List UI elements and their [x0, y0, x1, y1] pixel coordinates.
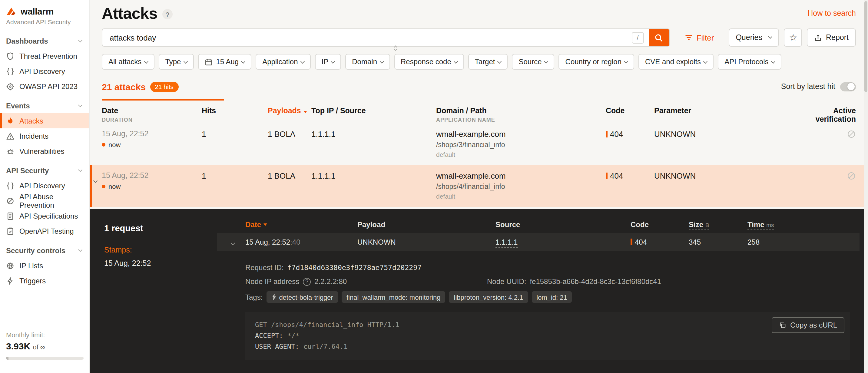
- info-icon[interactable]: ?: [303, 278, 311, 285]
- request-detail-panel: 1 request Stamps: 15 Aug, 22:52 Date Pay…: [90, 209, 868, 373]
- attack-date: 15 Aug, 22:52: [102, 130, 202, 138]
- export-icon: [814, 34, 822, 41]
- attack-duration: now: [102, 141, 202, 148]
- sidebar-item-vulnerabilities[interactable]: Vulnerabilities: [0, 144, 89, 159]
- copy-icon: [779, 321, 786, 329]
- page-title: Attacks: [102, 4, 157, 23]
- chevron-down-icon: [768, 34, 773, 38]
- request-id-label: Request ID:: [245, 263, 284, 272]
- search-input[interactable]: [102, 29, 632, 46]
- attack-row[interactable]: 15 Aug, 22:52 now 1 1 BOLA 1.1.1.1 wmall…: [90, 124, 868, 165]
- node-ip-value: 2.2.2.2:80: [314, 277, 347, 286]
- filter-chip-cve[interactable]: CVE and exploits: [639, 54, 714, 70]
- ban-icon: [6, 196, 14, 205]
- monthly-limit-value: 3.93K of ∞: [6, 341, 84, 351]
- filter-chip-date[interactable]: 15 Aug: [198, 54, 251, 70]
- attack-hits: 1: [202, 130, 268, 139]
- document-icon: [6, 212, 14, 220]
- filter-chip-target[interactable]: Target: [468, 54, 508, 70]
- filter-chip-domain[interactable]: Domain: [345, 54, 390, 70]
- section-security-controls[interactable]: Security controls: [0, 243, 89, 258]
- warning-triangle-icon: [6, 132, 14, 140]
- filter-chip-api-protocols[interactable]: API Protocols: [718, 54, 781, 70]
- request-date: 15 Aug, 22:52:40: [245, 238, 358, 246]
- search-resize-handle[interactable]: [391, 45, 400, 51]
- attack-hits: 1: [202, 172, 268, 181]
- col-domain: Domain / Path APPLICATION NAME: [436, 106, 606, 123]
- sidebar-item-api-specifications[interactable]: API Specifications: [0, 208, 89, 223]
- copy-as-curl-button[interactable]: Copy as cURL: [771, 317, 844, 333]
- live-dot-icon: [102, 143, 105, 147]
- sort-toggle[interactable]: [840, 82, 856, 91]
- attack-duration: now: [102, 183, 202, 190]
- section-events[interactable]: Events: [0, 99, 89, 113]
- search-button[interactable]: [649, 28, 669, 46]
- section-dashboards[interactable]: Dashboards: [0, 34, 89, 49]
- attack-path: /shops/4/financial_info: [436, 183, 606, 190]
- sidebar-item-threat-prevention[interactable]: Threat Prevention: [0, 49, 89, 64]
- queries-button[interactable]: Queries: [728, 28, 779, 46]
- logo-text: wallarm: [21, 6, 54, 17]
- calendar-icon: [205, 58, 212, 66]
- sidebar: wallarm Advanced API Security Dashboards…: [0, 0, 90, 373]
- detail-col-date[interactable]: Date: [245, 220, 358, 229]
- attack-payloads: 1 BOLA: [268, 172, 311, 181]
- request-row[interactable]: 15 Aug, 22:52:40 UNKNOWN 1.1.1.1 404 345…: [217, 233, 860, 251]
- filter-chip-source[interactable]: Source: [512, 54, 555, 70]
- logo[interactable]: wallarm: [0, 6, 89, 17]
- results-bar: 21 attacks 21 hits Sort by latest hit: [102, 80, 856, 93]
- request-code: 404: [630, 238, 689, 246]
- attack-domain: wmall-example.com: [436, 172, 606, 181]
- filter-chip-response-code[interactable]: Response code: [394, 54, 464, 70]
- how-to-search-link[interactable]: How to search: [807, 9, 856, 18]
- tags-label: Tags:: [245, 293, 262, 301]
- detail-col-time: Time ms: [747, 220, 860, 229]
- active-verification-status[interactable]: [745, 172, 856, 181]
- http-line: ACCEPT:*/*: [255, 331, 840, 342]
- filter-chip-application[interactable]: Application: [256, 54, 310, 70]
- sidebar-item-api-abuse-prevention[interactable]: API Abuse Prevention: [0, 193, 89, 208]
- report-button[interactable]: Report: [807, 28, 856, 46]
- active-verification-status[interactable]: [745, 130, 856, 139]
- sidebar-item-openapi-testing[interactable]: OpenAPI Testing: [0, 223, 89, 239]
- node-uuid-label: Node UUID:: [487, 277, 526, 286]
- attack-row-expanded[interactable]: 15 Aug, 22:52 now 1 1 BOLA 1.1.1.1 wmall…: [90, 165, 868, 207]
- sidebar-item-incidents[interactable]: Incidents: [0, 128, 89, 144]
- lightning-icon: [6, 276, 14, 285]
- node-ip-label: Node IP address: [245, 277, 299, 286]
- sort-desc-icon: [264, 223, 267, 226]
- attack-application: default: [436, 192, 606, 200]
- scrollbar-thumb[interactable]: [864, 1, 867, 92]
- search-icon: [654, 33, 663, 42]
- help-icon[interactable]: ?: [162, 9, 173, 20]
- filter-button[interactable]: Filter: [680, 28, 719, 46]
- attack-code: 404: [606, 172, 654, 181]
- sort-desc-icon: [304, 111, 307, 113]
- sidebar-item-triggers[interactable]: Triggers: [0, 273, 89, 288]
- detail-col-size: Size B: [689, 220, 747, 229]
- sidebar-item-attacks[interactable]: Attacks: [0, 113, 89, 128]
- monthly-limit-label: Monthly limit:: [6, 331, 84, 339]
- filter-chip-country[interactable]: Country or region: [559, 54, 634, 70]
- hits-badge: 21 hits: [150, 82, 178, 92]
- detail-table-header: Date Payload Source Code Size B Time ms: [217, 216, 860, 233]
- request-source: 1.1.1.1: [495, 238, 630, 246]
- sidebar-item-api-discovery[interactable]: API Discovery: [0, 64, 89, 79]
- filter-chips: All attacks Type 15 Aug Application IP D…: [102, 54, 856, 70]
- section-api-security[interactable]: API Security: [0, 163, 89, 178]
- sidebar-item-owasp-api-2023[interactable]: OWASP API 2023: [0, 79, 89, 94]
- detail-col-source: Source: [495, 220, 630, 229]
- filter-chip-all-attacks[interactable]: All attacks: [102, 54, 154, 70]
- favorite-star-button[interactable]: ☆: [784, 28, 802, 46]
- filter-chip-ip[interactable]: IP: [315, 54, 341, 70]
- sort-control: Sort by latest hit: [781, 82, 856, 91]
- attack-date: 15 Aug, 22:52: [102, 172, 202, 180]
- detail-col-code: Code: [630, 220, 689, 229]
- sidebar-item-api-discovery-2[interactable]: API Discovery: [0, 178, 89, 193]
- star-icon: ☆: [789, 32, 797, 43]
- col-payloads[interactable]: Payloads: [268, 106, 311, 115]
- sidebar-item-ip-lists[interactable]: IP Lists: [0, 258, 89, 273]
- filter-chip-type[interactable]: Type: [158, 54, 193, 70]
- product-subtitle: Advanced API Security: [0, 17, 89, 25]
- search-box: /: [102, 28, 670, 46]
